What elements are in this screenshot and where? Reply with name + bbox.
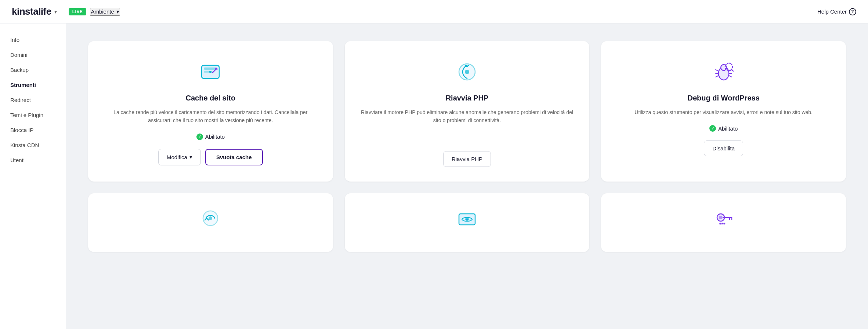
row2a-icon xyxy=(197,205,224,231)
disabilita-button[interactable]: Disabilita xyxy=(704,140,743,156)
svg-line-12 xyxy=(716,76,719,77)
help-label: Help Center xyxy=(817,8,847,15)
sidebar-item-backup[interactable]: Backup xyxy=(0,62,66,77)
cache-buttons: Modifica ▾ Svuota cache xyxy=(158,149,263,165)
ambiente-chevron-icon: ▾ xyxy=(116,8,119,15)
cache-card: Cache del sito La cache rende più veloce… xyxy=(88,41,333,182)
modifica-chevron-icon: ▾ xyxy=(189,154,192,160)
svg-point-20 xyxy=(466,219,468,220)
logo-chevron-icon[interactable]: ▾ xyxy=(54,9,57,15)
cache-status: Abilitato xyxy=(196,134,225,140)
cache-icon xyxy=(197,59,224,85)
svuota-cache-button[interactable]: Svuota cache xyxy=(205,149,263,165)
topnav: kinstalife ▾ LIVE Ambiente ▾ Help Center… xyxy=(0,0,868,23)
debug-status: Abilitato xyxy=(709,125,738,132)
sidebar-item-domini[interactable]: Domini xyxy=(0,47,66,62)
debug-title: Debug di WordPress xyxy=(688,94,760,102)
row2b-icon xyxy=(454,205,480,231)
sidebar-item-redirect[interactable]: Redirect xyxy=(0,92,66,107)
ambiente-label: Ambiente xyxy=(91,8,114,15)
cache-status-label: Abilitato xyxy=(205,134,225,140)
php-icon xyxy=(454,59,480,85)
sidebar-item-temi[interactable]: Temi e Plugin xyxy=(0,107,66,123)
cache-title: Cache del sito xyxy=(186,94,236,102)
debug-status-dot xyxy=(709,125,716,132)
svg-point-22 xyxy=(719,216,723,219)
php-card: Riavvia PHP Riavviare il motore PHP può … xyxy=(345,41,590,182)
tools-grid-row2: *** xyxy=(88,193,846,252)
sidebar-item-blocca-ip[interactable]: Blocca IP xyxy=(0,123,66,138)
help-icon: ? xyxy=(849,8,856,15)
row2c-icon: *** xyxy=(710,205,737,231)
main-content: Cache del sito La cache rende più veloce… xyxy=(66,23,868,329)
logo: kinstalife xyxy=(12,6,51,17)
php-buttons: Riavvia PHP xyxy=(443,151,491,167)
sidebar-item-strumenti[interactable]: Strumenti xyxy=(0,77,66,92)
svg-point-7 xyxy=(721,65,727,70)
svg-line-15 xyxy=(729,76,732,77)
row2-card-a xyxy=(88,193,333,252)
cache-status-dot xyxy=(196,134,203,140)
debug-card: Debug di WordPress Utilizza questo strum… xyxy=(601,41,846,182)
ambiente-button[interactable]: Ambiente ▾ xyxy=(90,8,120,16)
svg-point-3 xyxy=(209,71,211,73)
debug-buttons: Disabilita xyxy=(704,140,743,156)
sidebar-item-kinsta-cdn[interactable]: Kinsta CDN xyxy=(0,138,66,153)
sidebar: Info Domini Backup Strumenti Redirect Te… xyxy=(0,23,66,329)
svg-rect-1 xyxy=(204,67,217,70)
row2-card-b xyxy=(345,193,590,252)
riavvia-php-button[interactable]: Riavvia PHP xyxy=(443,151,491,167)
debug-status-label: Abilitato xyxy=(718,125,738,132)
modifica-label: Modifica xyxy=(167,154,187,160)
debug-icon xyxy=(710,59,737,85)
help-center-button[interactable]: Help Center ? xyxy=(817,8,856,15)
tools-grid-row1: Cache del sito La cache rende più veloce… xyxy=(88,41,846,182)
disabilita-label: Disabilita xyxy=(712,145,735,151)
cache-desc: La cache rende più veloce il caricamento… xyxy=(103,108,318,125)
php-title: Riavvia PHP xyxy=(446,94,489,102)
riavvia-php-label: Riavvia PHP xyxy=(452,156,482,162)
svg-point-5 xyxy=(465,70,469,74)
sidebar-item-info[interactable]: Info xyxy=(0,32,66,47)
modifica-button[interactable]: Modifica ▾ xyxy=(158,149,201,165)
svuota-cache-label: Svuota cache xyxy=(216,154,252,160)
svg-text:***: *** xyxy=(719,222,726,227)
svg-line-10 xyxy=(716,70,719,71)
sidebar-item-utenti[interactable]: Utenti xyxy=(0,153,66,168)
row2-card-c: *** xyxy=(601,193,846,252)
svg-point-17 xyxy=(209,216,212,220)
live-badge: LIVE xyxy=(69,8,87,15)
debug-desc: Utilizza questo strumento per visualizza… xyxy=(634,108,813,116)
php-desc: Riavviare il motore PHP può eliminare al… xyxy=(359,108,575,125)
layout: Info Domini Backup Strumenti Redirect Te… xyxy=(0,23,868,329)
